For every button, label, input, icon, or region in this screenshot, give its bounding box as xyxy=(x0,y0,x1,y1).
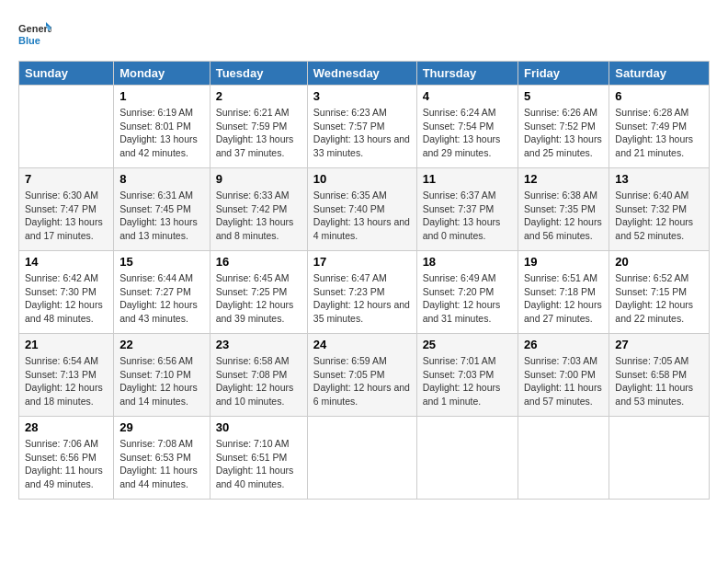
day-info: Sunrise: 6:49 AMSunset: 7:20 PMDaylight:… xyxy=(423,271,512,326)
header-row: SundayMondayTuesdayWednesdayThursdayFrid… xyxy=(19,62,710,86)
day-cell: 13 Sunrise: 6:40 AMSunset: 7:32 PMDaylig… xyxy=(609,168,710,251)
day-info: Sunrise: 6:47 AMSunset: 7:23 PMDaylight:… xyxy=(313,271,411,326)
header: General Blue xyxy=(18,18,710,52)
day-info: Sunrise: 6:40 AMSunset: 7:32 PMDaylight:… xyxy=(615,189,703,243)
column-header-saturday: Saturday xyxy=(609,62,710,86)
day-number: 29 xyxy=(119,420,204,434)
day-cell: 1 Sunrise: 6:19 AMSunset: 8:01 PMDayligh… xyxy=(114,86,210,168)
day-cell: 17 Sunrise: 6:47 AMSunset: 7:23 PMDaylig… xyxy=(307,251,416,334)
day-info: Sunrise: 6:28 AMSunset: 7:49 PMDaylight:… xyxy=(615,106,703,160)
day-cell xyxy=(416,417,518,500)
day-cell: 30 Sunrise: 7:10 AMSunset: 6:51 PMDaylig… xyxy=(210,417,307,500)
logo: General Blue xyxy=(18,18,51,52)
day-number: 10 xyxy=(313,172,411,186)
column-header-monday: Monday xyxy=(114,62,210,86)
day-cell: 25 Sunrise: 7:01 AMSunset: 7:03 PMDaylig… xyxy=(416,334,518,417)
day-info: Sunrise: 6:58 AMSunset: 7:08 PMDaylight:… xyxy=(216,354,301,408)
svg-text:Blue: Blue xyxy=(18,35,40,46)
day-number: 26 xyxy=(524,338,603,351)
day-info: Sunrise: 6:30 AMSunset: 7:47 PMDaylight:… xyxy=(25,189,108,243)
day-info: Sunrise: 7:03 AMSunset: 7:00 PMDaylight:… xyxy=(524,354,603,408)
day-info: Sunrise: 6:31 AMSunset: 7:45 PMDaylight:… xyxy=(119,189,204,243)
day-cell: 3 Sunrise: 6:23 AMSunset: 7:57 PMDayligh… xyxy=(307,86,416,168)
day-info: Sunrise: 6:37 AMSunset: 7:37 PMDaylight:… xyxy=(423,189,512,243)
day-cell xyxy=(19,86,114,168)
day-number: 17 xyxy=(313,255,411,269)
day-number: 18 xyxy=(423,255,512,269)
week-row-5: 28 Sunrise: 7:06 AMSunset: 6:56 PMDaylig… xyxy=(19,417,710,500)
day-cell: 7 Sunrise: 6:30 AMSunset: 7:47 PMDayligh… xyxy=(19,168,114,251)
day-info: Sunrise: 6:42 AMSunset: 7:30 PMDaylight:… xyxy=(25,271,108,326)
day-info: Sunrise: 6:59 AMSunset: 7:05 PMDaylight:… xyxy=(313,354,411,408)
day-number: 25 xyxy=(423,338,512,351)
day-cell: 8 Sunrise: 6:31 AMSunset: 7:45 PMDayligh… xyxy=(114,168,210,251)
day-number: 23 xyxy=(216,338,301,351)
day-info: Sunrise: 6:56 AMSunset: 7:10 PMDaylight:… xyxy=(119,354,204,408)
column-header-wednesday: Wednesday xyxy=(307,62,416,86)
day-cell: 18 Sunrise: 6:49 AMSunset: 7:20 PMDaylig… xyxy=(416,251,518,334)
column-header-sunday: Sunday xyxy=(19,62,114,86)
day-number: 27 xyxy=(615,338,703,351)
day-number: 28 xyxy=(25,420,108,434)
day-number: 11 xyxy=(423,172,512,186)
day-cell xyxy=(609,417,710,500)
day-info: Sunrise: 6:52 AMSunset: 7:15 PMDaylight:… xyxy=(615,271,703,326)
day-cell xyxy=(307,417,416,500)
logo-svg: General Blue xyxy=(18,18,51,52)
day-info: Sunrise: 6:26 AMSunset: 7:52 PMDaylight:… xyxy=(524,106,603,160)
day-cell: 24 Sunrise: 6:59 AMSunset: 7:05 PMDaylig… xyxy=(307,334,416,417)
day-number: 14 xyxy=(25,255,108,269)
day-number: 19 xyxy=(524,255,603,269)
day-number: 5 xyxy=(524,89,603,103)
day-cell: 27 Sunrise: 7:05 AMSunset: 6:58 PMDaylig… xyxy=(609,334,710,417)
column-header-thursday: Thursday xyxy=(416,62,518,86)
day-number: 24 xyxy=(313,338,411,351)
day-info: Sunrise: 7:01 AMSunset: 7:03 PMDaylight:… xyxy=(423,354,512,408)
day-cell: 2 Sunrise: 6:21 AMSunset: 7:59 PMDayligh… xyxy=(210,86,307,168)
day-info: Sunrise: 6:54 AMSunset: 7:13 PMDaylight:… xyxy=(25,354,108,408)
day-cell: 10 Sunrise: 6:35 AMSunset: 7:40 PMDaylig… xyxy=(307,168,416,251)
day-info: Sunrise: 6:35 AMSunset: 7:40 PMDaylight:… xyxy=(313,189,411,243)
column-header-tuesday: Tuesday xyxy=(210,62,307,86)
day-number: 12 xyxy=(524,172,603,186)
day-cell: 15 Sunrise: 6:44 AMSunset: 7:27 PMDaylig… xyxy=(114,251,210,334)
day-number: 7 xyxy=(25,172,108,186)
day-cell: 19 Sunrise: 6:51 AMSunset: 7:18 PMDaylig… xyxy=(518,251,609,334)
day-number: 1 xyxy=(119,89,204,103)
day-number: 3 xyxy=(313,89,411,103)
week-row-3: 14 Sunrise: 6:42 AMSunset: 7:30 PMDaylig… xyxy=(19,251,710,334)
day-number: 15 xyxy=(119,255,204,269)
day-info: Sunrise: 6:44 AMSunset: 7:27 PMDaylight:… xyxy=(119,271,204,326)
day-number: 30 xyxy=(216,420,301,434)
day-cell: 6 Sunrise: 6:28 AMSunset: 7:49 PMDayligh… xyxy=(609,86,710,168)
day-cell: 12 Sunrise: 6:38 AMSunset: 7:35 PMDaylig… xyxy=(518,168,609,251)
day-cell: 29 Sunrise: 7:08 AMSunset: 6:53 PMDaylig… xyxy=(114,417,210,500)
day-cell: 4 Sunrise: 6:24 AMSunset: 7:54 PMDayligh… xyxy=(416,86,518,168)
day-cell: 5 Sunrise: 6:26 AMSunset: 7:52 PMDayligh… xyxy=(518,86,609,168)
day-info: Sunrise: 7:08 AMSunset: 6:53 PMDaylight:… xyxy=(119,437,204,491)
day-cell: 11 Sunrise: 6:37 AMSunset: 7:37 PMDaylig… xyxy=(416,168,518,251)
day-info: Sunrise: 6:33 AMSunset: 7:42 PMDaylight:… xyxy=(216,189,301,243)
day-number: 13 xyxy=(615,172,703,186)
day-info: Sunrise: 6:38 AMSunset: 7:35 PMDaylight:… xyxy=(524,189,603,243)
day-info: Sunrise: 6:21 AMSunset: 7:59 PMDaylight:… xyxy=(216,106,301,160)
day-cell xyxy=(518,417,609,500)
day-cell: 23 Sunrise: 6:58 AMSunset: 7:08 PMDaylig… xyxy=(210,334,307,417)
day-number: 4 xyxy=(423,89,512,103)
day-number: 22 xyxy=(119,338,204,351)
day-cell: 21 Sunrise: 6:54 AMSunset: 7:13 PMDaylig… xyxy=(19,334,114,417)
day-number: 2 xyxy=(216,89,301,103)
day-number: 9 xyxy=(216,172,301,186)
day-info: Sunrise: 6:19 AMSunset: 8:01 PMDaylight:… xyxy=(119,106,204,160)
day-info: Sunrise: 6:24 AMSunset: 7:54 PMDaylight:… xyxy=(423,106,512,160)
day-cell: 28 Sunrise: 7:06 AMSunset: 6:56 PMDaylig… xyxy=(19,417,114,500)
week-row-4: 21 Sunrise: 6:54 AMSunset: 7:13 PMDaylig… xyxy=(19,334,710,417)
day-info: Sunrise: 6:45 AMSunset: 7:25 PMDaylight:… xyxy=(216,271,301,326)
week-row-2: 7 Sunrise: 6:30 AMSunset: 7:47 PMDayligh… xyxy=(19,168,710,251)
day-cell: 9 Sunrise: 6:33 AMSunset: 7:42 PMDayligh… xyxy=(210,168,307,251)
day-info: Sunrise: 7:10 AMSunset: 6:51 PMDaylight:… xyxy=(216,437,301,491)
week-row-1: 1 Sunrise: 6:19 AMSunset: 8:01 PMDayligh… xyxy=(19,86,710,168)
day-number: 20 xyxy=(615,255,703,269)
day-number: 21 xyxy=(25,338,108,351)
column-header-friday: Friday xyxy=(518,62,609,86)
